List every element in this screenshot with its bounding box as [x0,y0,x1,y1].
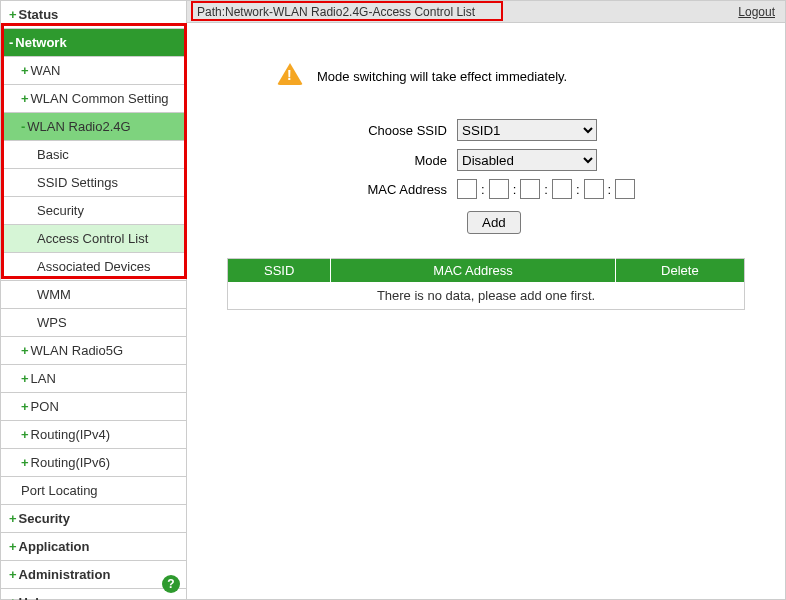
nav-label: Help [19,595,47,600]
nav-help[interactable]: +Help [1,589,186,600]
expand-icon: + [21,91,29,106]
nav-label: PON [31,399,59,414]
nav-label: Basic [37,147,69,162]
mac-label: MAC Address [277,182,457,197]
help-icon[interactable]: ? [162,575,180,593]
collapse-icon: - [9,35,13,50]
nav-label: SSID Settings [37,175,118,190]
sidebar: +Status -Network +WAN +WLAN Common Setti… [1,1,187,599]
nav-wps[interactable]: WPS [1,309,186,337]
mode-select[interactable]: Disabled [457,149,597,171]
nav-wlan-common[interactable]: +WLAN Common Setting [1,85,186,113]
nav-ssid-settings[interactable]: SSID Settings [1,169,186,197]
nav-network[interactable]: -Network [1,29,186,57]
col-ssid: SSID [228,259,331,283]
expand-icon: + [9,595,17,600]
mac-octet-6[interactable] [615,179,635,199]
nav-basic[interactable]: Basic [1,141,186,169]
nav-label: Access Control List [37,231,148,246]
empty-message: There is no data, please add one first. [228,282,745,310]
expand-icon: + [9,539,17,554]
expand-icon: + [21,427,29,442]
nav-label: WPS [37,315,67,330]
nav-label: Associated Devices [37,259,150,274]
expand-icon: + [21,399,29,414]
nav-port-locating[interactable]: Port Locating [1,477,186,505]
nav-label: Security [19,511,70,526]
mac-octet-2[interactable] [489,179,509,199]
alert-row: ! Mode switching will take effect immedi… [277,63,745,89]
mac-sep: : [576,182,580,197]
nav-label: Security [37,203,84,218]
nav-label: LAN [31,371,56,386]
warning-icon: ! [277,63,303,89]
mac-sep: : [481,182,485,197]
mac-sep: : [544,182,548,197]
nav-label: Network [15,35,66,50]
mac-octet-4[interactable] [552,179,572,199]
acl-table: SSID MAC Address Delete There is no data… [227,258,745,310]
nav-status[interactable]: +Status [1,1,186,29]
nav-application[interactable]: +Application [1,533,186,561]
nav-wan[interactable]: +WAN [1,57,186,85]
mac-octet-3[interactable] [520,179,540,199]
nav-administration[interactable]: +Administration [1,561,186,589]
nav-lan[interactable]: +LAN [1,365,186,393]
path-prefix: Path: [197,5,225,19]
nav-label: Routing(IPv4) [31,427,110,442]
main-content: Path:Network-WLAN Radio2.4G-Access Contr… [187,1,785,599]
ssid-label: Choose SSID [277,123,457,138]
mac-octet-5[interactable] [584,179,604,199]
expand-icon: + [9,7,17,22]
mode-label: Mode [277,153,457,168]
expand-icon: + [21,343,29,358]
path-value: Network-WLAN Radio2.4G-Access Control Li… [225,5,475,19]
nav-label: Routing(IPv6) [31,455,110,470]
add-button[interactable]: Add [467,211,521,234]
ssid-select[interactable]: SSID1 [457,119,597,141]
acl-form: Choose SSID SSID1 Mode Disabled MAC Addr… [277,119,745,234]
nav-wmm[interactable]: WMM [1,281,186,309]
mac-sep: : [513,182,517,197]
mac-address-inputs: : : : : : [457,179,635,199]
alert-text: Mode switching will take effect immediat… [317,69,567,84]
content-area: ! Mode switching will take effect immedi… [187,23,785,330]
col-delete: Delete [615,259,744,283]
nav-wlan-5g[interactable]: +WLAN Radio5G [1,337,186,365]
nav-pon[interactable]: +PON [1,393,186,421]
expand-icon: + [21,455,29,470]
nav-label: Status [19,7,59,22]
nav-routing-ipv6[interactable]: +Routing(IPv6) [1,449,186,477]
collapse-icon: - [21,119,25,134]
nav-acl[interactable]: Access Control List [1,225,186,253]
expand-icon: + [21,371,29,386]
logout-link[interactable]: Logout [738,5,775,19]
nav-security-top[interactable]: +Security [1,505,186,533]
mac-octet-1[interactable] [457,179,477,199]
topbar: Path:Network-WLAN Radio2.4G-Access Contr… [187,1,785,23]
nav-security[interactable]: Security [1,197,186,225]
nav-label: Port Locating [21,483,98,498]
nav-label: WLAN Radio5G [31,343,123,358]
nav-label: WLAN Common Setting [31,91,169,106]
expand-icon: + [9,567,17,582]
expand-icon: + [9,511,17,526]
nav-label: WMM [37,287,71,302]
nav-label: Application [19,539,90,554]
nav-label: WLAN Radio2.4G [27,119,130,134]
nav-label: WAN [31,63,61,78]
mac-sep: : [608,182,612,197]
expand-icon: + [21,63,29,78]
nav-routing-ipv4[interactable]: +Routing(IPv4) [1,421,186,449]
nav-label: Administration [19,567,111,582]
breadcrumb: Path:Network-WLAN Radio2.4G-Access Contr… [197,5,475,19]
col-mac: MAC Address [331,259,615,283]
nav-associated-devices[interactable]: Associated Devices [1,253,186,281]
nav-wlan-24g[interactable]: -WLAN Radio2.4G [1,113,186,141]
